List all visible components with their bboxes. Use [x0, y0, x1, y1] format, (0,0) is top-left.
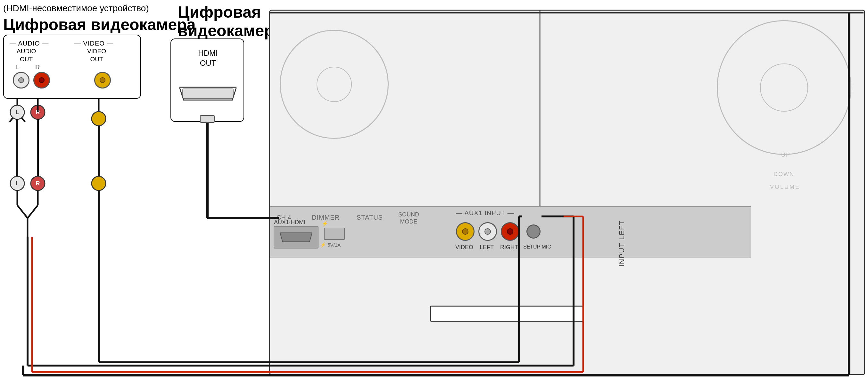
svg-text:L: L: [16, 180, 19, 187]
panel-rca-right: [501, 222, 519, 241]
setup-mic-port: [526, 225, 540, 239]
lr-label: L R: [16, 63, 47, 71]
svg-point-8: [31, 105, 45, 119]
video-section-label: — VIDEO —: [74, 40, 114, 47]
svg-text:R: R: [36, 180, 40, 187]
usb-port: [324, 228, 345, 240]
volume-down-label: DOWN: [773, 171, 794, 178]
main-device: UP DOWN VOLUME CH 4 DIMMER STATUS SOUND …: [269, 10, 865, 375]
control-panel: CH 4 DIMMER STATUS SOUND MODE — AUX1 INP…: [270, 206, 751, 258]
device-mid-box: HDMI OUT: [170, 38, 244, 122]
speaker-left: [280, 30, 389, 139]
hdmi-port-symbol: [180, 84, 237, 103]
panel-sublabel-video: VIDEO: [455, 244, 473, 251]
aux1-input-label: — AUX1 INPUT —: [456, 209, 514, 217]
svg-line-4: [17, 112, 25, 122]
svg-line-5: [10, 112, 17, 122]
panel-rca-video: [456, 222, 474, 241]
main-divider: [539, 10, 540, 209]
panel-sublabel-right: RIGHT: [500, 244, 518, 251]
audio-out-label: AUDIO OUT: [17, 48, 36, 63]
status-label: STATUS: [356, 214, 383, 221]
svg-text:R: R: [36, 109, 40, 115]
audio-section-label: — AUDIO —: [10, 40, 49, 47]
sound-mode-label: SOUND MODE: [398, 211, 419, 225]
video-out-label: VIDEO OUT: [87, 48, 106, 63]
device-rca-yellow: [94, 72, 111, 89]
svg-point-32: [92, 112, 106, 126]
svg-line-19: [17, 205, 28, 218]
svg-rect-1: [183, 89, 233, 98]
svg-text:L: L: [16, 109, 19, 115]
svg-point-6: [10, 105, 24, 119]
device-left-title: Цифровая видеокамера: [3, 16, 196, 34]
svg-point-34: [92, 176, 106, 190]
panel-sublabel-left: LEFT: [480, 244, 494, 251]
svg-marker-2: [280, 233, 312, 242]
device-rca-red: [33, 72, 50, 89]
panel-sublabel-setup-mic: SETUP MIC: [523, 244, 551, 250]
device-rca-white: [13, 72, 29, 89]
speaker-right: [717, 20, 851, 155]
device-mid-title: Цифровая видеокамера: [178, 3, 283, 40]
hdmi-out-label: HDMI OUT: [178, 48, 238, 68]
aux1-hdmi-box: [274, 226, 318, 248]
volume-up-label: UP: [781, 152, 790, 158]
svg-point-15: [31, 176, 45, 190]
panel-rca-left: [478, 222, 497, 241]
device-left-subtitle: (HDMI-несовместимое устройство): [3, 3, 149, 13]
aux1-hdmi-port: [280, 232, 312, 243]
bottom-rail-box: [430, 306, 584, 322]
aux1-hdmi-label: AUX1·HDMI: [274, 219, 305, 226]
device-left-box: — AUDIO — — VIDEO — AUDIO OUT VIDEO OUT …: [3, 35, 141, 99]
svg-point-13: [10, 176, 24, 190]
svg-line-21: [28, 205, 38, 218]
usb-5v-label: ⚡ 5V/1A: [320, 242, 341, 248]
volume-label: VOLUME: [770, 184, 800, 190]
input-left-label: INPUT LEFT: [618, 220, 626, 267]
usb-label: ⚡: [322, 220, 329, 227]
diagram: (HDMI-несовместимое устройство) Цифровая…: [0, 0, 868, 388]
